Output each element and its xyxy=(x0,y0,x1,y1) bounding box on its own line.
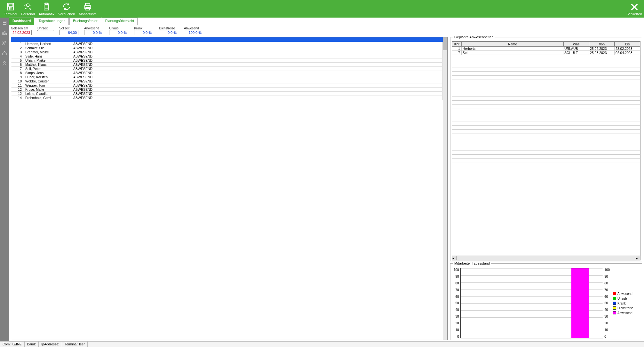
people-list-header[interactable] xyxy=(11,37,443,42)
people-row[interactable]: 11Wepper, TomABWESEND xyxy=(11,83,443,88)
abwesend-value: 100,0 % xyxy=(184,30,203,35)
people-row[interactable]: 3Brehmer, MaikeABWESEND xyxy=(11,50,443,54)
people-row-status: ABWESEND xyxy=(72,96,443,100)
absence-hscroll[interactable]: ◂▸ xyxy=(452,256,640,260)
abs-col-knr[interactable]: Knr xyxy=(452,42,462,47)
people-row[interactable]: 1Herberts, HerbertABWESEND xyxy=(11,42,443,46)
terminal-button[interactable]: Terminal xyxy=(2,0,19,18)
axis-tick: 30 xyxy=(456,315,459,318)
people-scrollbar[interactable] xyxy=(443,37,447,340)
chart-legend: Anwesend Urlaub Krank Dienstreise Abwese… xyxy=(611,268,640,338)
uhrzeit-value[interactable] xyxy=(37,30,53,31)
chart-title: Mitarbeiter Tagesstand xyxy=(453,261,491,265)
axis-tick: 100 xyxy=(604,268,610,272)
svg-rect-17 xyxy=(3,33,4,35)
absence-row[interactable]: 1HerbertsURLAUB25.02.202328.02.2023 xyxy=(452,47,640,51)
svg-point-20 xyxy=(3,41,4,43)
rail-home-icon[interactable] xyxy=(1,50,8,57)
people-row-idx: 14 xyxy=(11,96,24,100)
people-row[interactable]: 7Sell, PeterABWESEND xyxy=(11,67,443,71)
people-list[interactable]: 1Herberts, HerbertABWESEND2Schmidt, OleA… xyxy=(11,42,443,340)
abs-col-bis[interactable]: Bis xyxy=(615,42,640,47)
axis-tick: 70 xyxy=(604,288,608,292)
tab-dashboard[interactable]: Dashboard xyxy=(9,18,34,25)
absence-empty-row xyxy=(452,138,640,142)
absence-empty-row xyxy=(452,150,640,155)
absence-grid[interactable]: Knr Name Was Von Bis 1HerbertsURLAUB25.0… xyxy=(452,41,640,260)
people-row-idx: 8 xyxy=(11,71,24,75)
absence-empty-row xyxy=(452,155,640,159)
legend-anwesend: Anwesend xyxy=(617,292,632,296)
people-row[interactable]: 5Ullrich, MaikeABWESEND xyxy=(11,58,443,63)
close-button[interactable]: Schließen xyxy=(626,2,642,16)
absence-empty-row xyxy=(452,159,640,163)
abs-von: 25.02.2023 xyxy=(589,47,615,51)
svg-point-21 xyxy=(5,42,6,43)
axis-tick: 80 xyxy=(456,281,459,285)
people-row[interactable]: 12Leiste, ClaudiaABWESEND xyxy=(11,92,443,96)
absence-empty-row xyxy=(452,84,640,88)
people-row[interactable]: 9Huber, KarstenABWESEND xyxy=(11,75,443,79)
rail-chart-icon[interactable] xyxy=(1,29,8,36)
axis-tick: 50 xyxy=(604,301,608,305)
automatik-button[interactable]: Automatik xyxy=(37,0,56,18)
axis-tick: 60 xyxy=(456,295,459,298)
absence-row[interactable]: 7SellSCHULE25.03.202302.04.2023 xyxy=(452,51,640,55)
abs-col-von[interactable]: Von xyxy=(589,42,615,47)
uhrzeit-label: Uhrzeit xyxy=(37,27,53,30)
krank-value: 0,0 % xyxy=(134,30,153,35)
people-row[interactable]: 4Saile, HansABWESEND xyxy=(11,54,443,58)
people-row-name: Herberts, Herbert xyxy=(24,42,72,46)
people-row-name: Huber, Karsten xyxy=(24,75,72,79)
tab-buchungsfehler[interactable]: Buchungsfehler xyxy=(69,18,101,25)
people-row-idx: 9 xyxy=(11,75,24,79)
rail-menu-icon[interactable]: ▤ xyxy=(1,19,8,26)
people-row-status: ABWESEND xyxy=(72,46,443,50)
people-row[interactable]: 10Wobbe, CarstenABWESEND xyxy=(11,79,443,83)
abs-was: SCHULE xyxy=(563,51,589,55)
verbuchen-button[interactable]: Verbuchen xyxy=(56,0,77,18)
people-row[interactable]: 14Frohmhold, GerdABWESEND xyxy=(11,96,443,100)
gelesen-am-value[interactable]: 24.02.2023 xyxy=(11,30,32,35)
personal-button[interactable]: Personal xyxy=(19,0,37,18)
gelesen-am-label: Gelesen am xyxy=(11,27,32,30)
monatsliste-button[interactable]: Monatsliste xyxy=(77,0,99,18)
rail-person-icon[interactable] xyxy=(1,60,8,67)
absence-empty-row xyxy=(452,142,640,146)
people-row[interactable]: 6Matthei, KlausABWESEND xyxy=(11,63,443,67)
people-row-name: Brehmer, Maike xyxy=(24,50,72,54)
chart-groupbox: Mitarbeiter Tagesstand 10090807060504030… xyxy=(450,263,642,340)
rail-users-icon[interactable] xyxy=(1,39,8,46)
absence-empty-row xyxy=(452,113,640,117)
people-row-status: ABWESEND xyxy=(72,79,443,83)
abs-col-was[interactable]: Was xyxy=(563,42,589,47)
people-row[interactable]: 8Simps, JensABWESEND xyxy=(11,71,443,75)
people-row-name: Matthei, Klaus xyxy=(24,63,72,66)
people-row-name: Frohmhold, Gerd xyxy=(24,96,72,100)
tab-planungsuebersicht[interactable]: Planungsübersicht xyxy=(102,18,138,25)
abs-col-name[interactable]: Name xyxy=(462,42,563,47)
people-row-status: ABWESEND xyxy=(72,71,443,75)
people-row-idx: 10 xyxy=(11,79,24,83)
absence-empty-row xyxy=(452,80,640,84)
legend-dienstreise: Dienstreise xyxy=(617,306,633,310)
urlaub-label: Urlaub xyxy=(109,27,128,30)
axis-tick: 100 xyxy=(454,268,459,272)
people-row[interactable]: 2Schmidt, OleABWESEND xyxy=(11,46,443,50)
tab-tagesbuchungen[interactable]: Tagesbuchungen xyxy=(35,18,69,25)
people-row-status: ABWESEND xyxy=(72,54,443,58)
top-toolbar: Terminal Personal Automatik Verbuchen Mo… xyxy=(0,0,644,18)
axis-tick: 10 xyxy=(604,328,608,332)
people-row-idx: 2 xyxy=(11,46,24,50)
people-row-idx: 12 xyxy=(11,92,24,96)
axis-tick: 40 xyxy=(604,308,608,312)
chart-axis-left: 1009080706050403020100 xyxy=(452,268,460,338)
people-row[interactable]: 12Kruse, MalteABWESEND xyxy=(11,88,443,92)
abs-von: 25.03.2023 xyxy=(589,51,615,55)
refresh-icon xyxy=(62,2,71,12)
people-row-idx: 6 xyxy=(11,63,24,66)
absence-empty-row xyxy=(452,59,640,63)
chart-bar xyxy=(571,268,588,338)
terminal-label: Terminal xyxy=(4,12,17,16)
swatch-krank xyxy=(613,302,616,305)
